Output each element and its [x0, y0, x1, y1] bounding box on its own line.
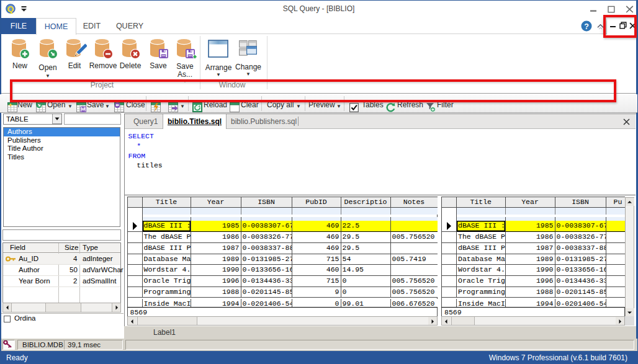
- svg-text:?: ?: [584, 22, 589, 31]
- svg-text:Q: Q: [7, 4, 14, 14]
